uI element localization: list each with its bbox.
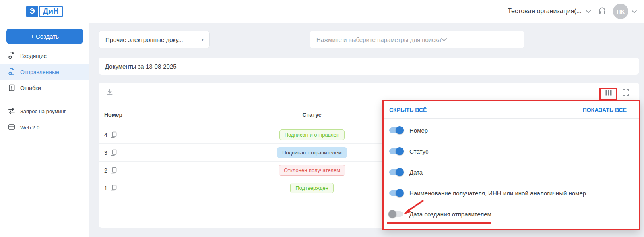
sidebar: + Создать Входящие [0, 23, 89, 237]
sidebar-divider [0, 100, 89, 100]
search-placeholder: Нажмите и выберите параметры для поиска [316, 36, 441, 43]
toggle-label: Дата создания отправителем [409, 211, 491, 218]
page: Э ДиН Тестовая организация(... [0, 0, 644, 237]
copy-icon[interactable] [110, 149, 117, 156]
document-number: 2 [104, 167, 107, 174]
roaming-arrows-icon [8, 107, 16, 116]
top-header: Э ДиН Тестовая организация(... [0, 0, 644, 23]
copy-icon[interactable] [110, 166, 117, 174]
caret-down-icon: ▾ [201, 37, 204, 42]
column-toggle-row: Наименование получателя, ИНН или иной ан… [389, 183, 633, 204]
headset-icon [598, 6, 607, 17]
browser-window-icon [8, 123, 16, 132]
toggle-recipient-name[interactable] [389, 190, 403, 196]
incoming-document-icon [8, 51, 16, 61]
sidebar-item-roaming-request[interactable]: Запрос на роуминг [0, 103, 89, 119]
toggle-sender-creation-date[interactable] [389, 211, 403, 217]
document-number: 4 [104, 132, 107, 138]
annotation-red-underline [387, 222, 491, 224]
header-controls: Тестовая организация(... ПК [508, 0, 637, 23]
toggle-label: Номер [409, 127, 428, 134]
document-type-value: Прочие электронные доку... [105, 36, 183, 43]
user-menu[interactable]: ПК [613, 4, 637, 19]
create-button[interactable]: + Создать [6, 29, 83, 44]
sidebar-item-incoming[interactable]: Входящие [0, 48, 89, 64]
columns-settings-icon[interactable] [605, 89, 613, 98]
logo-area: Э ДиН [0, 0, 89, 23]
document-type-dropdown[interactable]: Прочие электронные доку... ▾ [99, 31, 210, 48]
column-toggle-row: Номер [389, 120, 633, 141]
status-badge: Подтвержден [290, 183, 334, 193]
app-logo[interactable]: Э ДиН [26, 6, 62, 17]
sent-document-icon [8, 67, 16, 77]
copy-icon[interactable] [110, 131, 117, 139]
sidebar-item-label: Входящие [20, 53, 47, 59]
chevron-down-icon [441, 36, 447, 43]
show-all-link[interactable]: ПОКАЗАТЬ ВСЕ [583, 107, 627, 113]
logo-part-din: ДиН [39, 6, 63, 17]
sidebar-item-errors[interactable]: Ошибки [0, 80, 89, 96]
logo-part-e: Э [26, 6, 38, 17]
document-number: 1 [104, 185, 107, 191]
sidebar-item-label: Отправленные [20, 69, 59, 75]
sidebar-item-web20[interactable]: Web 2.0 [0, 119, 89, 135]
column-toggle-row: Дата [389, 162, 633, 183]
sidebar-item-label: Запрос на роуминг [20, 108, 66, 114]
column-toggle-row: Дата создания отправителем [389, 204, 633, 225]
copy-icon[interactable] [110, 184, 117, 192]
popup-toggle-list: Номер Статус Дата Наименование получател… [384, 119, 639, 225]
chevron-down-icon [632, 8, 637, 15]
sidebar-item-label: Web 2.0 [20, 125, 39, 131]
document-number: 3 [104, 150, 107, 156]
toggle-label: Статус [409, 148, 428, 155]
status-badge: Отклонен получателем [279, 165, 345, 176]
organization-name: Тестовая организация(... [508, 8, 582, 15]
hide-all-link[interactable]: СКРЫТЬ ВСЁ [389, 107, 427, 113]
sidebar-item-sent[interactable]: Отправленные [0, 64, 89, 80]
column-header-number: Номер [99, 112, 211, 118]
fullscreen-icon[interactable] [622, 89, 630, 98]
download-icon[interactable] [106, 88, 114, 98]
popup-header: СКРЫТЬ ВСЁ ПОКАЗАТЬ ВСЕ [384, 101, 639, 119]
sidebar-item-label: Ошибки [20, 85, 41, 91]
toggle-number[interactable] [389, 127, 403, 133]
avatar: ПК [613, 4, 628, 19]
column-toggle-row: Статус [389, 141, 633, 162]
search-input[interactable]: Нажмите и выберите параметры для поиска [310, 31, 524, 48]
error-clipboard-icon [8, 83, 16, 93]
status-badge: Подписан и отправлен [279, 129, 345, 140]
chevron-down-icon [586, 8, 591, 15]
toggle-status[interactable] [389, 148, 403, 154]
support-headset-button[interactable] [598, 6, 607, 17]
status-badge: Подписан отправителем [277, 147, 347, 158]
documents-date-bar: Документы за 13-08-2025 [99, 58, 639, 75]
organization-selector[interactable]: Тестовая организация(... [508, 8, 591, 15]
toggle-label: Наименование получателя, ИНН или иной ан… [409, 190, 586, 197]
toggle-label: Дата [409, 169, 423, 176]
toggle-date[interactable] [389, 169, 403, 175]
column-visibility-popup: СКРЫТЬ ВСЁ ПОКАЗАТЬ ВСЕ Номер Статус Дат… [382, 100, 640, 230]
